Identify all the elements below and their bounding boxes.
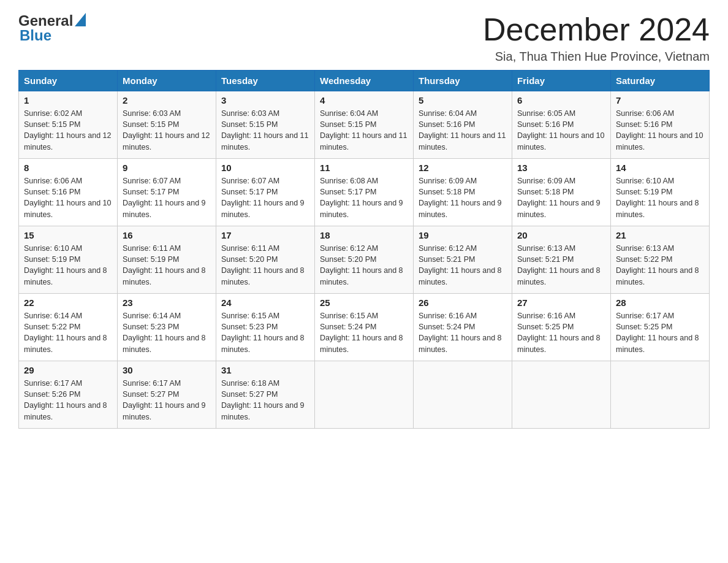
- calendar-week-row: 15Sunrise: 6:10 AMSunset: 5:19 PMDayligh…: [19, 226, 710, 294]
- title-area: December 2024 Sia, Thua Thien Hue Provin…: [483, 12, 710, 64]
- weekday-header-wednesday: Wednesday: [315, 71, 414, 91]
- calendar-table: SundayMondayTuesdayWednesdayThursdayFrid…: [18, 70, 710, 429]
- day-info: Sunrise: 6:05 AMSunset: 5:16 PMDaylight:…: [517, 108, 605, 153]
- calendar-cell: 29Sunrise: 6:17 AMSunset: 5:26 PMDayligh…: [19, 361, 118, 429]
- calendar-cell: 22Sunrise: 6:14 AMSunset: 5:22 PMDayligh…: [19, 294, 118, 361]
- day-number: 11: [320, 163, 408, 173]
- day-number: 30: [123, 365, 211, 375]
- day-info: Sunrise: 6:13 AMSunset: 5:22 PMDaylight:…: [616, 243, 704, 288]
- weekday-header-row: SundayMondayTuesdayWednesdayThursdayFrid…: [19, 71, 710, 91]
- day-number: 22: [24, 297, 112, 308]
- day-number: 25: [320, 297, 408, 308]
- day-number: 18: [320, 230, 408, 240]
- day-number: 5: [419, 95, 507, 105]
- calendar-cell: [414, 361, 512, 429]
- day-info: Sunrise: 6:15 AMSunset: 5:24 PMDaylight:…: [320, 310, 408, 355]
- day-number: 23: [123, 297, 211, 308]
- day-number: 19: [419, 230, 507, 240]
- calendar-cell: 27Sunrise: 6:16 AMSunset: 5:25 PMDayligh…: [512, 294, 611, 361]
- day-info: Sunrise: 6:17 AMSunset: 5:26 PMDaylight:…: [24, 378, 112, 423]
- day-info: Sunrise: 6:11 AMSunset: 5:19 PMDaylight:…: [123, 243, 211, 288]
- day-info: Sunrise: 6:16 AMSunset: 5:25 PMDaylight:…: [517, 310, 605, 355]
- day-number: 1: [24, 95, 112, 105]
- calendar-cell: 10Sunrise: 6:07 AMSunset: 5:17 PMDayligh…: [216, 159, 315, 226]
- day-number: 20: [517, 230, 605, 240]
- day-info: Sunrise: 6:02 AMSunset: 5:15 PMDaylight:…: [24, 108, 112, 153]
- calendar-cell: 19Sunrise: 6:12 AMSunset: 5:21 PMDayligh…: [414, 226, 512, 294]
- weekday-header-sunday: Sunday: [19, 71, 118, 91]
- calendar-week-row: 29Sunrise: 6:17 AMSunset: 5:26 PMDayligh…: [19, 361, 710, 429]
- calendar-cell: 4Sunrise: 6:04 AMSunset: 5:15 PMDaylight…: [315, 91, 414, 159]
- calendar-cell: [315, 361, 414, 429]
- day-number: 4: [320, 95, 408, 105]
- day-number: 21: [616, 230, 704, 240]
- weekday-header-friday: Friday: [512, 71, 611, 91]
- calendar-cell: 31Sunrise: 6:18 AMSunset: 5:27 PMDayligh…: [216, 361, 315, 429]
- calendar-cell: 25Sunrise: 6:15 AMSunset: 5:24 PMDayligh…: [315, 294, 414, 361]
- day-number: 27: [517, 297, 605, 308]
- weekday-header-monday: Monday: [118, 71, 216, 91]
- day-number: 9: [123, 163, 211, 173]
- day-number: 6: [517, 95, 605, 105]
- calendar-week-row: 22Sunrise: 6:14 AMSunset: 5:22 PMDayligh…: [19, 294, 710, 361]
- day-info: Sunrise: 6:04 AMSunset: 5:15 PMDaylight:…: [320, 108, 408, 153]
- day-info: Sunrise: 6:04 AMSunset: 5:16 PMDaylight:…: [419, 108, 507, 153]
- day-number: 13: [517, 163, 605, 173]
- day-number: 12: [419, 163, 507, 173]
- calendar-cell: 23Sunrise: 6:14 AMSunset: 5:23 PMDayligh…: [118, 294, 216, 361]
- day-number: 2: [123, 95, 211, 105]
- weekday-header-thursday: Thursday: [414, 71, 512, 91]
- calendar-cell: 20Sunrise: 6:13 AMSunset: 5:21 PMDayligh…: [512, 226, 611, 294]
- day-info: Sunrise: 6:18 AMSunset: 5:27 PMDaylight:…: [221, 378, 309, 423]
- calendar-cell: 28Sunrise: 6:17 AMSunset: 5:25 PMDayligh…: [611, 294, 710, 361]
- day-info: Sunrise: 6:13 AMSunset: 5:21 PMDaylight:…: [517, 243, 605, 288]
- page-header: General Blue December 2024 Sia, Thua Thi…: [18, 12, 710, 64]
- day-number: 15: [24, 230, 112, 240]
- day-info: Sunrise: 6:03 AMSunset: 5:15 PMDaylight:…: [221, 108, 309, 153]
- calendar-cell: 15Sunrise: 6:10 AMSunset: 5:19 PMDayligh…: [19, 226, 118, 294]
- calendar-cell: 14Sunrise: 6:10 AMSunset: 5:19 PMDayligh…: [611, 159, 710, 226]
- day-info: Sunrise: 6:03 AMSunset: 5:15 PMDaylight:…: [123, 108, 211, 153]
- calendar-cell: 12Sunrise: 6:09 AMSunset: 5:18 PMDayligh…: [414, 159, 512, 226]
- day-info: Sunrise: 6:07 AMSunset: 5:17 PMDaylight:…: [123, 175, 211, 220]
- day-info: Sunrise: 6:09 AMSunset: 5:18 PMDaylight:…: [517, 175, 605, 220]
- calendar-cell: 11Sunrise: 6:08 AMSunset: 5:17 PMDayligh…: [315, 159, 414, 226]
- calendar-cell: 24Sunrise: 6:15 AMSunset: 5:23 PMDayligh…: [216, 294, 315, 361]
- day-info: Sunrise: 6:14 AMSunset: 5:23 PMDaylight:…: [123, 310, 211, 355]
- day-info: Sunrise: 6:07 AMSunset: 5:17 PMDaylight:…: [221, 175, 309, 220]
- calendar-week-row: 1Sunrise: 6:02 AMSunset: 5:15 PMDaylight…: [19, 91, 710, 159]
- calendar-cell: 16Sunrise: 6:11 AMSunset: 5:19 PMDayligh…: [118, 226, 216, 294]
- day-number: 31: [221, 365, 309, 375]
- calendar-cell: 6Sunrise: 6:05 AMSunset: 5:16 PMDaylight…: [512, 91, 611, 159]
- calendar-cell: 2Sunrise: 6:03 AMSunset: 5:15 PMDaylight…: [118, 91, 216, 159]
- calendar-cell: 26Sunrise: 6:16 AMSunset: 5:24 PMDayligh…: [414, 294, 512, 361]
- calendar-cell: 18Sunrise: 6:12 AMSunset: 5:20 PMDayligh…: [315, 226, 414, 294]
- day-number: 24: [221, 297, 309, 308]
- day-number: 10: [221, 163, 309, 173]
- day-info: Sunrise: 6:08 AMSunset: 5:17 PMDaylight:…: [320, 175, 408, 220]
- calendar-cell: 7Sunrise: 6:06 AMSunset: 5:16 PMDaylight…: [611, 91, 710, 159]
- day-info: Sunrise: 6:10 AMSunset: 5:19 PMDaylight:…: [616, 175, 704, 220]
- calendar-cell: 8Sunrise: 6:06 AMSunset: 5:16 PMDaylight…: [19, 159, 118, 226]
- calendar-week-row: 8Sunrise: 6:06 AMSunset: 5:16 PMDaylight…: [19, 159, 710, 226]
- calendar-cell: 5Sunrise: 6:04 AMSunset: 5:16 PMDaylight…: [414, 91, 512, 159]
- location-subtitle: Sia, Thua Thien Hue Province, Vietnam: [483, 50, 710, 64]
- day-info: Sunrise: 6:06 AMSunset: 5:16 PMDaylight:…: [616, 108, 704, 153]
- day-info: Sunrise: 6:12 AMSunset: 5:20 PMDaylight:…: [320, 243, 408, 288]
- day-number: 3: [221, 95, 309, 105]
- svg-marker-0: [75, 13, 86, 26]
- day-info: Sunrise: 6:14 AMSunset: 5:22 PMDaylight:…: [24, 310, 112, 355]
- month-title: December 2024: [483, 12, 710, 47]
- calendar-cell: 17Sunrise: 6:11 AMSunset: 5:20 PMDayligh…: [216, 226, 315, 294]
- calendar-cell: 30Sunrise: 6:17 AMSunset: 5:27 PMDayligh…: [118, 361, 216, 429]
- day-number: 16: [123, 230, 211, 240]
- day-number: 14: [616, 163, 704, 173]
- calendar-cell: 21Sunrise: 6:13 AMSunset: 5:22 PMDayligh…: [611, 226, 710, 294]
- calendar-cell: [512, 361, 611, 429]
- day-info: Sunrise: 6:09 AMSunset: 5:18 PMDaylight:…: [419, 175, 507, 220]
- weekday-header-saturday: Saturday: [611, 71, 710, 91]
- calendar-cell: 1Sunrise: 6:02 AMSunset: 5:15 PMDaylight…: [19, 91, 118, 159]
- day-info: Sunrise: 6:11 AMSunset: 5:20 PMDaylight:…: [221, 243, 309, 288]
- logo-blue-text: Blue: [20, 27, 51, 44]
- day-info: Sunrise: 6:06 AMSunset: 5:16 PMDaylight:…: [24, 175, 112, 220]
